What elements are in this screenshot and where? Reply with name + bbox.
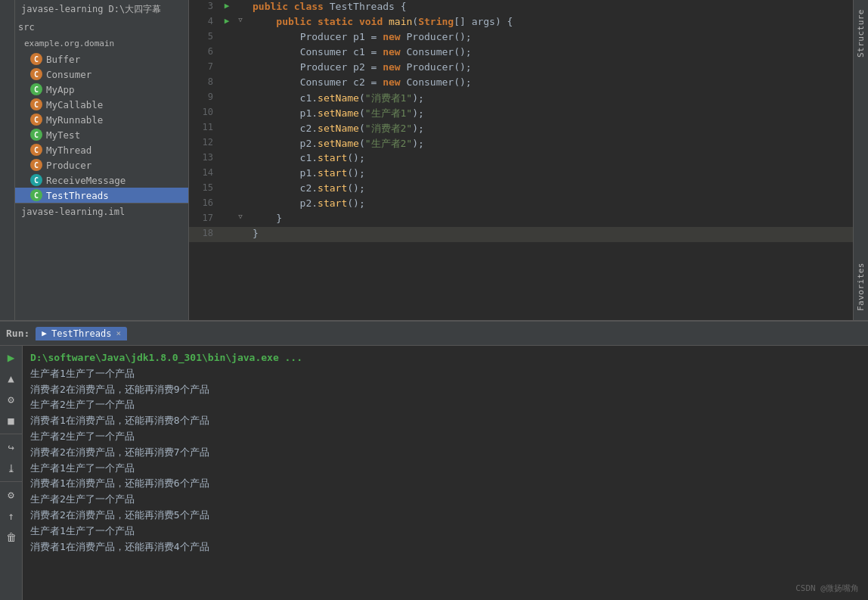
fold-icon[interactable]	[234, 30, 246, 45]
class-icon: C	[30, 129, 42, 141]
export-button[interactable]: ⤓	[3, 460, 20, 477]
run-content: ▶ ▲ ⚙ ■ ↪ ⤓ ⚙ ↑ 🗑 D:\software\Java\jdk1.…	[0, 346, 868, 600]
output-line: 生产者2生产了一个产品	[30, 429, 860, 445]
sidebar-item-mythread[interactable]: CMyThread	[15, 142, 188, 157]
fold-icon[interactable]	[234, 151, 246, 166]
settings-button[interactable]: ⚙	[3, 391, 20, 408]
code-content: p2.start();	[246, 197, 853, 212]
code-line-12: 12 p2.setName("生产者2");	[189, 136, 853, 151]
breakpoint-arrow	[219, 182, 234, 197]
code-content: }	[246, 212, 853, 227]
run-output: D:\software\Java\jdk1.8.0_301\bin\java.e…	[23, 346, 868, 600]
breakpoint-arrow	[219, 151, 234, 166]
sidebar-item-testthreads[interactable]: CTestThreads	[15, 188, 188, 203]
line-number: 3	[189, 0, 219, 15]
run-tab[interactable]: ▶ TestThreads ×	[36, 327, 127, 340]
class-icon: C	[30, 144, 42, 156]
class-icon: C	[30, 98, 42, 110]
sidebar-items: CBufferCConsumerCMyAppCMyCallableCMyRunn…	[15, 51, 188, 203]
code-line-8: 8 Consumer c2 = new Consumer();	[189, 76, 853, 91]
output-line: 消费者1在消费产品，还能再消费4个产品	[30, 539, 860, 555]
fold-icon[interactable]	[234, 61, 246, 76]
line-number: 18	[189, 227, 219, 242]
run-tab-name: TestThreads	[51, 328, 111, 339]
line-number: 10	[189, 106, 219, 121]
trash-button[interactable]: 🗑	[3, 529, 20, 546]
breakpoint-arrow	[219, 30, 234, 45]
scroll-up-button[interactable]: ▲	[3, 370, 20, 387]
sidebar-item-myapp[interactable]: CMyApp	[15, 82, 188, 97]
class-icon: C	[30, 68, 42, 80]
class-icon: C	[30, 159, 42, 171]
code-line-14: 14 p1.start();	[189, 166, 853, 182]
code-line-9: 9 c1.setName("消费者1");	[189, 91, 853, 106]
fold-icon[interactable]: ▽	[234, 15, 246, 30]
code-editor: 3▶public class TestThreads {4▶▽ public s…	[189, 0, 853, 320]
line-number: 17	[189, 212, 219, 227]
breakpoint-arrow	[219, 166, 234, 182]
sidebar-item-mytest[interactable]: CMyTest	[15, 127, 188, 142]
code-line-6: 6 Consumer c1 = new Consumer();	[189, 45, 853, 61]
sidebar-item-mycallable[interactable]: CMyCallable	[15, 97, 188, 112]
fold-icon[interactable]	[234, 227, 246, 242]
code-line-11: 11 c2.setName("消费者2");	[189, 121, 853, 136]
code-content: c2.setName("消费者2");	[246, 121, 853, 136]
src-label: src	[15, 19, 188, 36]
output-line: 消费者1在消费产品，还能再消费6个产品	[30, 476, 860, 492]
stop-button[interactable]: ■	[3, 412, 20, 429]
sidebar-item-producer[interactable]: CProducer	[15, 157, 188, 173]
output-line: 消费者1在消费产品，还能再消费8个产品	[30, 413, 860, 429]
step-button[interactable]: ↪	[3, 439, 20, 455]
breakpoint-arrow	[219, 197, 234, 212]
sidebar-item-label: Buffer	[46, 54, 80, 65]
code-line-13: 13 c1.start();	[189, 151, 853, 166]
class-icon: C	[30, 83, 42, 95]
fold-icon[interactable]: ▽	[234, 212, 246, 227]
run-button[interactable]: ▶	[3, 349, 20, 365]
fold-icon[interactable]	[234, 182, 246, 197]
code-content: public class TestThreads {	[246, 0, 853, 15]
run-output-area: D:\software\Java\jdk1.8.0_301\bin\java.e…	[23, 346, 868, 600]
sidebar-item-consumer[interactable]: CConsumer	[15, 67, 188, 82]
code-content: p1.start();	[246, 166, 853, 182]
fold-icon[interactable]	[234, 166, 246, 182]
sidebar-item-myrunnable[interactable]: CMyRunnable	[15, 112, 188, 127]
structure-panel-tab[interactable]: Structure	[854, 5, 868, 62]
fold-icon[interactable]	[234, 76, 246, 91]
line-number: 16	[189, 197, 219, 212]
up-button[interactable]: ↑	[3, 508, 20, 524]
code-content: Producer p2 = new Producer();	[246, 61, 853, 76]
output-line: 生产者1生产了一个产品	[30, 524, 860, 539]
code-content: c1.setName("消费者1");	[246, 91, 853, 106]
breakpoint-arrow	[219, 136, 234, 151]
code-content: }	[246, 227, 853, 242]
fold-icon[interactable]	[234, 0, 246, 15]
code-line-7: 7 Producer p2 = new Producer();	[189, 61, 853, 76]
fold-icon[interactable]	[234, 91, 246, 106]
fold-icon[interactable]	[234, 136, 246, 151]
output-line: 生产者2生产了一个产品	[30, 397, 860, 413]
left-vtabs	[0, 0, 15, 320]
breakpoint-arrow	[219, 61, 234, 76]
code-lines: 3▶public class TestThreads {4▶▽ public s…	[189, 0, 853, 242]
process-button[interactable]: ⚙	[3, 487, 20, 503]
cmd-line: D:\software\Java\jdk1.8.0_301\bin\java.e…	[30, 350, 860, 366]
fold-icon[interactable]	[234, 45, 246, 61]
code-line-18: 18}	[189, 227, 853, 242]
line-number: 14	[189, 166, 219, 182]
sidebar-item-label: MyApp	[46, 84, 75, 95]
sidebar-item-label: MyCallable	[46, 99, 103, 110]
code-line-3: 3▶public class TestThreads {	[189, 0, 853, 15]
file-tree-sidebar: javase-learning D:\大四字幕 src example.org.…	[15, 0, 189, 320]
class-icon: C	[30, 113, 42, 126]
output-line: 生产者2生产了一个产品	[30, 492, 860, 508]
sidebar-item-buffer[interactable]: CBuffer	[15, 51, 188, 67]
class-icon: C	[30, 189, 42, 201]
fold-icon[interactable]	[234, 106, 246, 121]
run-tab-close[interactable]: ×	[116, 328, 121, 338]
fold-icon[interactable]	[234, 197, 246, 212]
breakpoint-arrow: ▶	[219, 0, 234, 15]
fold-icon[interactable]	[234, 121, 246, 136]
sidebar-item-receivemessage[interactable]: CReceiveMessage	[15, 173, 188, 188]
favorites-panel-tab[interactable]: Favorites	[854, 258, 868, 316]
